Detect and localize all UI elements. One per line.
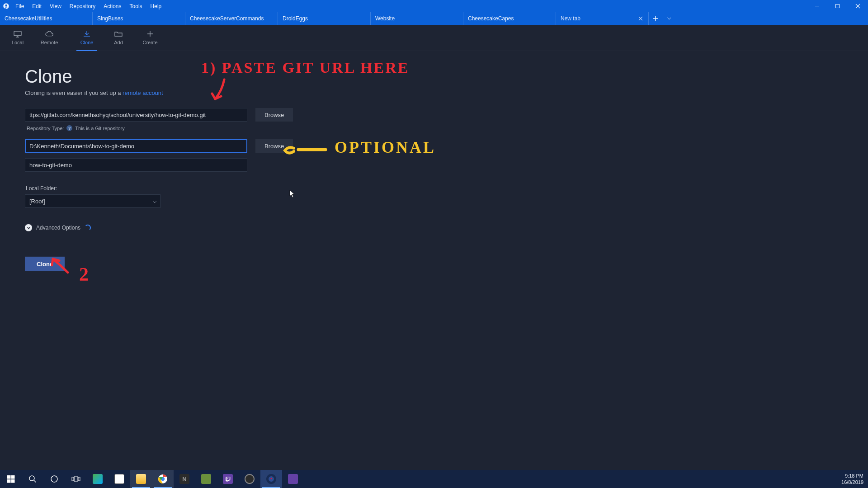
menu-tools[interactable]: Tools — [126, 1, 146, 11]
download-icon — [82, 30, 91, 38]
annotation-arrow-icon — [208, 77, 231, 104]
taskbar-gitkraken[interactable] — [260, 470, 282, 488]
app-icon — [288, 474, 298, 484]
taskbar-chrome[interactable] — [152, 470, 174, 488]
repo-name-input[interactable] — [25, 158, 247, 172]
window-maximize-button[interactable] — [827, 0, 848, 12]
taskbar-app[interactable] — [282, 470, 304, 488]
tab-label: DroidEggs — [283, 15, 308, 22]
tab-overflow-button[interactable] — [662, 12, 676, 25]
toolbar-remote[interactable]: Remote — [33, 25, 65, 51]
toolbar-create[interactable]: Create — [134, 25, 166, 51]
tab-new[interactable]: New tab — [556, 12, 649, 25]
app-icon — [201, 474, 211, 484]
action-toolbar: Local Remote Clone Add Create — [0, 25, 868, 51]
toolbar-clone[interactable]: Clone — [71, 25, 103, 51]
loading-spinner-icon — [85, 225, 91, 231]
taskbar-explorer[interactable] — [130, 470, 152, 488]
obs-icon — [245, 474, 255, 484]
taskbar-app[interactable]: N — [174, 470, 195, 488]
tab-label: SingBuses — [97, 15, 123, 22]
start-button[interactable] — [0, 470, 22, 488]
twitch-icon — [223, 474, 233, 484]
svg-rect-6 — [7, 479, 11, 483]
menu-actions[interactable]: Actions — [100, 1, 125, 11]
page-title: Clone — [25, 66, 868, 87]
titlebar: File Edit View Repository Actions Tools … — [0, 0, 868, 12]
window-minimize-button[interactable] — [807, 0, 827, 12]
svg-rect-10 — [72, 477, 74, 481]
close-tab-icon[interactable] — [637, 15, 644, 22]
annotation-step1-text: 1) PASTE GIT URL HERE — [201, 59, 409, 76]
tab-repo[interactable]: CheesecakeCapes — [463, 12, 556, 25]
tab-repo[interactable]: CheesecakeServerCommands — [185, 12, 278, 25]
menu-edit[interactable]: Edit — [28, 1, 45, 11]
tab-repo[interactable]: Website — [371, 12, 463, 25]
toolbar-local[interactable]: Local — [2, 25, 33, 51]
svg-rect-2 — [836, 5, 840, 8]
toolbar-label: Clone — [80, 40, 94, 45]
menu-help[interactable]: Help — [147, 1, 165, 11]
taskbar-app[interactable] — [239, 470, 260, 488]
tab-repo[interactable]: CheesecakeUtilities — [0, 12, 93, 25]
taskbar-taskview[interactable] — [65, 470, 87, 488]
folder-icon — [136, 474, 146, 484]
svg-rect-5 — [11, 475, 15, 479]
browse-source-button[interactable]: Browse — [255, 108, 293, 122]
repo-tabstrip: CheesecakeUtilities SingBuses Cheesecake… — [0, 12, 868, 25]
taskbar-search[interactable] — [22, 470, 43, 488]
annotation-arrow-icon — [47, 254, 75, 277]
tab-add-button[interactable] — [649, 12, 662, 25]
svg-point-8 — [29, 476, 34, 481]
taskbar-app[interactable] — [87, 470, 108, 488]
tab-label: New tab — [561, 15, 580, 22]
clock-date: 16/8/2019 — [841, 479, 863, 485]
taskbar-app[interactable] — [195, 470, 217, 488]
system-tray-clock[interactable]: 9:18 PM 16/8/2019 — [837, 473, 868, 486]
taskbar-app[interactable] — [108, 470, 130, 488]
cloud-icon — [45, 30, 54, 38]
tab-label: CheesecakeServerCommands — [190, 15, 264, 22]
tab-label: CheesecakeUtilities — [5, 15, 52, 22]
clock-time: 9:18 PM — [841, 473, 863, 479]
svg-rect-7 — [11, 479, 15, 483]
help-icon[interactable]: ? — [66, 125, 72, 131]
monitor-icon — [13, 30, 22, 38]
taskbar-cortana[interactable] — [43, 470, 65, 488]
menu-file[interactable]: File — [12, 1, 28, 11]
svg-rect-12 — [78, 477, 80, 481]
expand-advanced-icon[interactable] — [25, 224, 32, 231]
local-folder-select[interactable] — [25, 194, 160, 208]
source-url-input[interactable] — [25, 108, 247, 122]
gitkraken-icon — [266, 474, 276, 484]
windows-logo-icon — [7, 475, 15, 483]
destination-path-input[interactable] — [25, 139, 247, 153]
tab-repo[interactable]: SingBuses — [93, 12, 185, 25]
menubar: File Edit View Repository Actions Tools … — [12, 1, 165, 11]
plus-icon — [146, 30, 155, 38]
store-icon — [114, 474, 124, 484]
toolbar-add[interactable]: Add — [103, 25, 134, 51]
advanced-options-label[interactable]: Advanced Options — [36, 225, 80, 231]
toolbar-label: Remote — [41, 40, 58, 45]
clone-panel: Clone Cloning is even easier if you set … — [0, 51, 868, 470]
repo-type-hint: Repository Type: ? This is a Git reposit… — [27, 125, 868, 131]
svg-point-16 — [271, 478, 272, 479]
taskview-icon — [71, 476, 80, 482]
svg-rect-11 — [75, 476, 77, 482]
menu-repository[interactable]: Repository — [66, 1, 99, 11]
taskbar-app[interactable] — [217, 470, 239, 488]
tab-repo[interactable]: DroidEggs — [278, 12, 371, 25]
remote-account-link[interactable]: remote account — [123, 89, 163, 96]
tab-label: CheesecakeCapes — [468, 15, 514, 22]
app-logo-icon — [0, 0, 12, 12]
menu-view[interactable]: View — [46, 1, 65, 11]
svg-rect-3 — [14, 31, 21, 36]
toolbar-label: Add — [114, 40, 123, 45]
annotation-arrow-left-icon — [280, 137, 330, 160]
annotation-step2-text: 2 — [79, 263, 90, 285]
annotation-optional-text: OPTIONAL — [335, 138, 436, 157]
window-close-button[interactable] — [848, 0, 868, 12]
toolbar-separator — [68, 29, 68, 47]
svg-rect-4 — [7, 475, 11, 479]
